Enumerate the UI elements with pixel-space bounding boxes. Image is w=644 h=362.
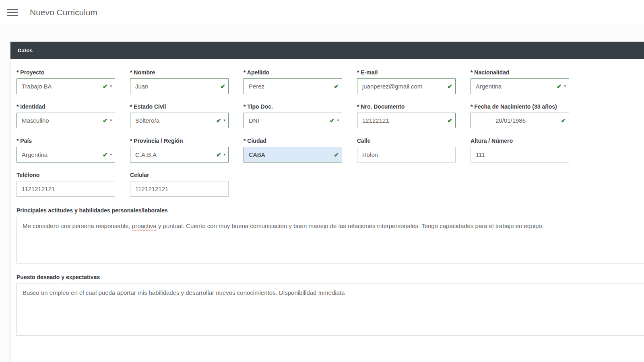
actitudes-textarea[interactable]: Me considero una persona responsable, pr… [17, 217, 644, 263]
celular-label: Celular [130, 172, 229, 178]
nro-documento-label: * Nro. Documento [357, 103, 456, 110]
email-field[interactable]: ✔ [357, 78, 456, 94]
field-celular: Celular [130, 172, 229, 197]
field-tipo-doc: * Tipo Doc. ✔▾ [244, 103, 342, 128]
field-email: * E-mail ✔ [357, 69, 456, 94]
field-identidad: * Identidad ✔▾ [17, 103, 115, 128]
menu-hamburger-icon[interactable] [7, 9, 18, 16]
altura-label: Altura / Número [471, 138, 569, 144]
tipo-doc-select[interactable]: ✔▾ [244, 113, 342, 128]
telefono-label: Teléfono [17, 172, 115, 178]
nombre-input[interactable] [130, 79, 228, 94]
ciudad-label: * Ciudad [244, 138, 342, 144]
apellido-field[interactable]: ✔ [244, 78, 342, 94]
apellido-label: * Apellido [244, 69, 342, 76]
telefono-input[interactable] [17, 181, 115, 196]
nombre-label: * Nombre [130, 69, 229, 76]
form-row-3: * País ✔▾ * Provincia / Región ✔▾ * Ciud… [17, 138, 644, 162]
field-apellido: * Apellido ✔ [244, 69, 342, 94]
nombre-field[interactable]: ✔ [130, 78, 229, 94]
panel-title: Datos [18, 47, 33, 53]
field-provincia: * Provincia / Región ✔▾ [130, 138, 229, 162]
telefono-field[interactable] [17, 181, 115, 197]
puesto-textarea[interactable]: Busco un empleo en el cual pueda aportar… [17, 284, 644, 336]
nro-documento-input[interactable] [357, 113, 455, 128]
field-calle: Calle [357, 138, 456, 162]
field-nacionalidad: * Nacionalidad ✔▾ [471, 69, 569, 94]
ciudad-select[interactable]: ✔ [244, 147, 342, 162]
nacionalidad-label: * Nacionalidad [471, 69, 569, 76]
identidad-select[interactable]: ✔▾ [17, 113, 115, 128]
nro-documento-field[interactable]: ✔ [357, 113, 456, 128]
actitudes-label: Principales actitudes y habilidades pers… [17, 207, 644, 214]
tipo-doc-label: * Tipo Doc. [244, 103, 342, 110]
celular-input[interactable] [130, 181, 228, 196]
proyecto-select[interactable]: ✔▾ [17, 78, 115, 94]
calle-input[interactable] [357, 147, 455, 162]
field-proyecto: * Proyecto ✔▾ [17, 69, 115, 94]
field-telefono: Teléfono [17, 172, 115, 197]
pais-select[interactable]: ✔▾ [17, 147, 115, 162]
pais-label: * País [17, 138, 115, 144]
field-nro-documento: * Nro. Documento ✔ [357, 103, 456, 128]
puesto-text: Busco un empleo en el cual pueda aportar… [23, 289, 345, 296]
email-label: * E-mail [357, 69, 456, 76]
form-row-4: Teléfono Celular [17, 172, 644, 197]
apellido-input[interactable] [244, 79, 342, 94]
page-title: Nuevo Curriculum [30, 8, 97, 17]
altura-field[interactable] [471, 147, 569, 162]
pais-value[interactable] [17, 147, 115, 162]
actitudes-text: Me considero una persona responsable, [23, 222, 132, 229]
altura-input[interactable] [471, 147, 569, 162]
field-fecha-nacimiento: * Fecha de Nacimiento (33 años) ✔ [471, 103, 569, 128]
fecha-nacimiento-label: * Fecha de Nacimiento (33 años) [471, 103, 569, 110]
estado-civil-label: * Estado Civil [130, 103, 229, 110]
celular-field[interactable] [130, 181, 229, 197]
field-ciudad: * Ciudad ✔ [244, 138, 342, 162]
actitudes-section: Principales actitudes y habilidades pers… [17, 207, 644, 263]
nacionalidad-select[interactable]: ✔▾ [471, 78, 569, 94]
proyecto-value[interactable] [17, 79, 115, 94]
provincia-select[interactable]: ✔▾ [130, 147, 229, 162]
email-input[interactable] [357, 79, 455, 94]
actitudes-text: y puntual. Cuento con muy buena comunica… [157, 222, 544, 229]
ciudad-value[interactable] [244, 147, 342, 162]
tipo-doc-value[interactable] [244, 113, 342, 128]
misspelled-word: proactiva [132, 222, 157, 229]
estado-civil-value[interactable] [130, 113, 228, 128]
puesto-label: Puesto deseado y expectativas [17, 274, 644, 280]
identidad-value[interactable] [17, 113, 115, 128]
identidad-label: * Identidad [17, 103, 115, 110]
form-row-2: * Identidad ✔▾ * Estado Civil ✔▾ * Tipo … [17, 103, 644, 128]
datos-panel: Datos * Proyecto ✔▾ * Nombre ✔ * Apellid… [10, 41, 644, 362]
calle-field[interactable] [357, 147, 456, 162]
form-row-1: * Proyecto ✔▾ * Nombre ✔ * Apellido ✔ [17, 69, 644, 94]
fecha-nacimiento-field[interactable]: ✔ [471, 113, 569, 128]
field-altura: Altura / Número [471, 138, 569, 162]
puesto-section: Puesto deseado y expectativas Busco un e… [17, 274, 644, 336]
fecha-nacimiento-input[interactable] [471, 113, 569, 128]
calle-label: Calle [357, 138, 456, 144]
proyecto-label: * Proyecto [17, 69, 115, 76]
provincia-label: * Provincia / Región [130, 138, 229, 144]
field-estado-civil: * Estado Civil ✔▾ [130, 103, 229, 128]
nacionalidad-value[interactable] [471, 79, 569, 94]
provincia-value[interactable] [130, 147, 228, 162]
panel-body: * Proyecto ✔▾ * Nombre ✔ * Apellido ✔ [10, 59, 644, 348]
panel-header: Datos [10, 42, 644, 59]
top-app-bar: Nuevo Curriculum [0, 0, 644, 25]
estado-civil-select[interactable]: ✔▾ [130, 113, 229, 128]
field-nombre: * Nombre ✔ [130, 69, 229, 94]
field-pais: * País ✔▾ [17, 138, 115, 162]
